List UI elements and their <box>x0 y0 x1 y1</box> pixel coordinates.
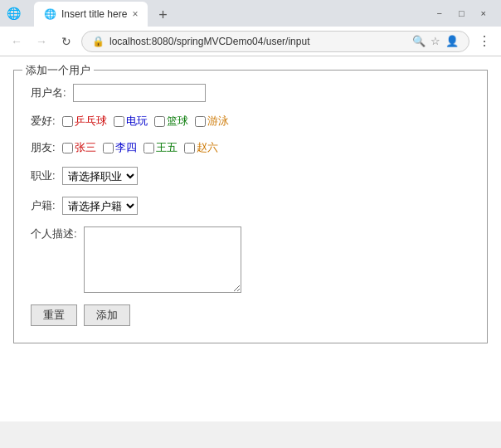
restore-button[interactable]: □ <box>454 7 469 20</box>
hobby-label-2: 篮球 <box>167 114 188 129</box>
friend-label-2: 王五 <box>156 140 178 155</box>
hobbies-label: 爱好: <box>31 114 56 129</box>
friend-label-3: 赵六 <box>197 140 218 155</box>
form-section: 添加一个用户 用户名: 爱好: 乒乓球 电玩 篮球 <box>13 70 488 343</box>
huji-row: 户籍: 请选择户籍 北京 上海 广州 其他 <box>31 197 470 215</box>
submit-button[interactable]: 添加 <box>84 304 130 326</box>
friend-checkbox-0[interactable] <box>62 143 73 153</box>
reset-button[interactable]: 重置 <box>31 304 77 326</box>
job-row: 职业: 请选择职业 程序员 教师 医生 其他 <box>31 167 470 185</box>
username-input[interactable] <box>73 84 206 102</box>
hobby-checkbox-2[interactable] <box>154 116 165 127</box>
new-tab-button[interactable]: + <box>151 3 174 27</box>
button-row: 重置 添加 <box>31 304 470 326</box>
desc-row: 个人描述: <box>31 226 470 293</box>
username-label: 用户名: <box>31 85 66 100</box>
refresh-button[interactable]: ↻ <box>56 32 76 51</box>
browser-icon: 🌐 <box>7 7 21 20</box>
friend-label-0: 张三 <box>75 140 96 155</box>
hobby-item-1: 电玩 <box>114 114 148 129</box>
section-legend: 添加一个用户 <box>22 63 94 78</box>
friends-row: 朋友: 张三 李四 王五 赵六 <box>31 140 470 155</box>
hobby-item-2: 篮球 <box>154 114 188 129</box>
desc-textarea[interactable] <box>84 226 241 293</box>
friend-item-2: 王五 <box>143 140 178 155</box>
profile-icon[interactable]: 👤 <box>445 35 459 47</box>
friend-item-0: 张三 <box>62 140 96 155</box>
desc-label: 个人描述: <box>31 226 77 241</box>
address-bar: ← → ↻ 🔒 localhost:8080/springMVCDemo04/u… <box>0 27 501 56</box>
hobby-checkbox-3[interactable] <box>195 116 206 127</box>
browser-menu-button[interactable]: ⋮ <box>474 33 494 49</box>
page-content: 添加一个用户 用户名: 爱好: 乒乓球 电玩 篮球 <box>0 56 501 421</box>
friends-group: 张三 李四 王五 赵六 <box>62 140 221 155</box>
job-label: 职业: <box>31 168 56 183</box>
minimize-button[interactable]: − <box>431 7 446 20</box>
hobbies-group: 乒乓球 电玩 篮球 游泳 <box>62 114 232 129</box>
huji-label: 户籍: <box>31 198 56 213</box>
url-field[interactable]: 🔒 localhost:8080/springMVCDemo04/user/in… <box>81 31 469 52</box>
hobby-checkbox-1[interactable] <box>114 116 124 127</box>
hobby-label-0: 乒乓球 <box>75 114 107 129</box>
hobby-checkbox-0[interactable] <box>62 116 73 127</box>
friend-checkbox-1[interactable] <box>103 143 114 153</box>
hobby-label-1: 电玩 <box>126 114 148 129</box>
friend-item-3: 赵六 <box>184 140 218 155</box>
lock-icon: 🔒 <box>92 36 105 47</box>
username-row: 用户名: <box>31 84 470 102</box>
url-text: localhost:8080/springMVCDemo04/user/inpu… <box>109 36 407 47</box>
hobbies-row: 爱好: 乒乓球 电玩 篮球 游泳 <box>31 114 470 129</box>
friend-checkbox-2[interactable] <box>143 143 154 153</box>
friend-item-1: 李四 <box>103 140 137 155</box>
hobby-label-3: 游泳 <box>207 114 229 129</box>
tab-close-button[interactable]: × <box>132 8 138 20</box>
job-select[interactable]: 请选择职业 程序员 教师 医生 其他 <box>62 167 138 185</box>
hobby-item-3: 游泳 <box>195 114 229 129</box>
search-icon[interactable]: 🔍 <box>412 35 426 47</box>
friend-checkbox-3[interactable] <box>184 143 195 153</box>
bookmark-icon[interactable]: ☆ <box>430 35 440 47</box>
friend-label-1: 李四 <box>115 140 137 155</box>
forward-button[interactable]: → <box>32 32 51 51</box>
close-button[interactable]: × <box>476 7 491 20</box>
huji-select[interactable]: 请选择户籍 北京 上海 广州 其他 <box>62 197 138 215</box>
active-tab[interactable]: 🌐 Insert title here × <box>34 2 148 27</box>
hobby-item-0: 乒乓球 <box>62 114 107 129</box>
back-button[interactable]: ← <box>7 32 27 51</box>
tab-title: Insert title here <box>61 8 127 20</box>
friends-label: 朋友: <box>31 140 56 155</box>
tab-favicon: 🌐 <box>44 8 56 20</box>
